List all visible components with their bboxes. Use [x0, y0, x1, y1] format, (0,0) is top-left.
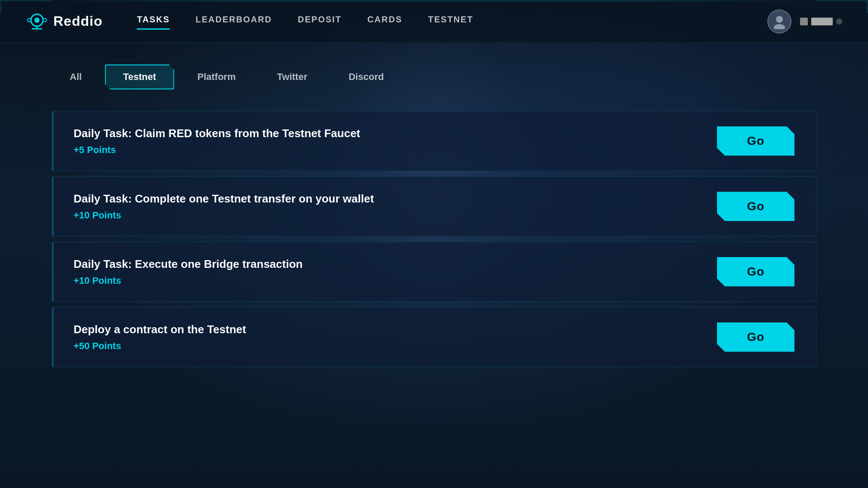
- task-title: Daily Task: Execute one Bridge transacti…: [74, 258, 303, 271]
- go-button-0[interactable]: Go: [717, 126, 794, 156]
- main-content: All Testnet Platform Twitter Discord Dai…: [0, 43, 868, 389]
- svg-point-1: [34, 18, 40, 23]
- task-info: Daily Task: Execute one Bridge transacti…: [74, 258, 303, 286]
- task-info: Daily Task: Complete one Testnet transfe…: [74, 192, 374, 221]
- task-card: Daily Task: Complete one Testnet transfe…: [52, 176, 816, 236]
- task-card: Deploy a contract on the Testnet +50 Poi…: [52, 307, 816, 367]
- filter-platform[interactable]: Platform: [179, 64, 254, 89]
- task-info: Daily Task: Claim RED tokens from the Te…: [74, 127, 360, 156]
- go-button-3[interactable]: Go: [717, 322, 794, 352]
- logo-icon: [26, 12, 48, 31]
- nav-links: TASKS LEADERBOARD DEPOSIT CARDS TESTNET: [137, 15, 767, 28]
- avatar[interactable]: [767, 9, 791, 34]
- filter-twitter[interactable]: Twitter: [259, 64, 325, 89]
- status-indicators: [800, 18, 842, 25]
- filter-tabs: All Testnet Platform Twitter Discord: [52, 64, 816, 89]
- task-title: Daily Task: Complete one Testnet transfe…: [74, 192, 374, 206]
- status-bar: [811, 18, 833, 25]
- nav-tasks[interactable]: TASKS: [137, 15, 169, 28]
- nav-right: [767, 9, 842, 34]
- go-button-1[interactable]: Go: [717, 192, 794, 221]
- nav-cards[interactable]: CARDS: [367, 15, 402, 28]
- task-points: +10 Points: [74, 275, 303, 286]
- go-button-2[interactable]: Go: [717, 257, 794, 286]
- task-title: Deploy a contract on the Testnet: [74, 323, 246, 336]
- nav-testnet[interactable]: TESTNET: [428, 15, 473, 28]
- task-list: Daily Task: Claim RED tokens from the Te…: [52, 111, 816, 367]
- logo-text: Reddio: [53, 13, 102, 29]
- filter-testnet[interactable]: Testnet: [105, 64, 174, 89]
- avatar-icon: [772, 14, 787, 29]
- task-points: +50 Points: [74, 341, 246, 352]
- filter-discord[interactable]: Discord: [330, 64, 402, 89]
- task-card: Daily Task: Execute one Bridge transacti…: [52, 242, 816, 302]
- task-info: Deploy a contract on the Testnet +50 Poi…: [74, 323, 246, 352]
- filter-all[interactable]: All: [52, 64, 100, 89]
- task-points: +10 Points: [74, 210, 374, 221]
- navbar: Reddio TASKS LEADERBOARD DEPOSIT CARDS T…: [0, 0, 868, 43]
- task-title: Daily Task: Claim RED tokens from the Te…: [74, 127, 360, 140]
- logo[interactable]: Reddio: [26, 12, 102, 31]
- status-dot: [800, 18, 808, 25]
- task-card: Daily Task: Claim RED tokens from the Te…: [52, 111, 816, 171]
- task-points: +5 Points: [74, 144, 360, 156]
- svg-point-7: [774, 24, 785, 29]
- svg-point-6: [776, 16, 783, 23]
- nav-deposit[interactable]: DEPOSIT: [298, 15, 342, 28]
- status-dot-small: [836, 18, 842, 25]
- nav-leaderboard[interactable]: LEADERBOARD: [196, 15, 272, 28]
